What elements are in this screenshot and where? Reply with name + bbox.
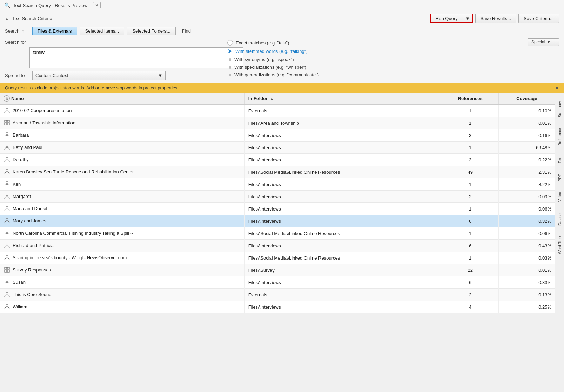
table-row[interactable]: Betty and Paul Files\\Interviews 1 69.48… bbox=[0, 142, 555, 154]
row-icon bbox=[4, 254, 11, 261]
cell-coverage: 0.06% bbox=[498, 203, 555, 215]
svg-point-22 bbox=[6, 304, 8, 307]
svg-point-8 bbox=[6, 170, 8, 172]
cell-references: 3 bbox=[442, 154, 498, 166]
sidebar-tab-pdf[interactable]: PDF bbox=[556, 169, 564, 186]
table-row[interactable]: Ken Files\\Interviews 1 8.22% bbox=[0, 178, 555, 191]
table-row[interactable]: Susan Files\\Interviews 6 0.33% bbox=[0, 276, 555, 289]
sidebar-tab-word-tree[interactable]: Word Tree bbox=[556, 232, 564, 259]
sidebar-tab-reference[interactable]: Reference bbox=[556, 123, 564, 150]
run-query-button[interactable]: Run Query bbox=[431, 14, 463, 22]
table-row[interactable]: Area and Township Information Files\\Are… bbox=[0, 117, 555, 129]
cell-references: 1 bbox=[442, 142, 498, 154]
sidebar-tab-video[interactable]: Video bbox=[556, 187, 564, 206]
table-row[interactable]: This is Core Sound Externals 2 0.13% bbox=[0, 289, 555, 301]
files-externals-button[interactable]: Files & Externals bbox=[32, 27, 77, 35]
cell-references: 1 bbox=[442, 117, 498, 129]
col-header-references[interactable]: References bbox=[442, 93, 498, 104]
row-icon bbox=[4, 144, 11, 151]
run-query-dropdown[interactable]: ▼ bbox=[463, 14, 472, 22]
results-area: ⊕ Name In Folder ▲ References Coverage bbox=[0, 93, 564, 313]
cell-coverage: 0.22% bbox=[498, 154, 555, 166]
cell-folder: Files\\Interviews bbox=[244, 129, 442, 142]
row-icon bbox=[4, 217, 11, 224]
find-option-exact[interactable]: Exact matches (e.g. "talk") bbox=[227, 40, 319, 46]
find-option-specializations[interactable]: With specializations (e.g. "whisper") bbox=[227, 64, 319, 70]
cell-references: 6 bbox=[442, 240, 498, 252]
find-options-panel: Exact matches (e.g. "talk") ➤ With stemm… bbox=[227, 40, 319, 77]
special-button[interactable]: Special ▼ bbox=[528, 38, 559, 46]
row-icon bbox=[4, 119, 11, 126]
spread-to-select[interactable]: Custom Context ▼ bbox=[32, 71, 166, 80]
svg-point-21 bbox=[6, 292, 8, 294]
save-results-button[interactable]: Save Results... bbox=[475, 14, 516, 23]
table-row[interactable]: Survey Responses Files\\Survey 22 0.01% bbox=[0, 264, 555, 276]
cell-name: William bbox=[0, 301, 244, 313]
search-in-row: Search in Files & Externals Selected Ite… bbox=[5, 27, 559, 35]
col-header-in-folder[interactable]: In Folder ▲ bbox=[244, 93, 442, 104]
selected-folders-button[interactable]: Selected Folders... bbox=[127, 27, 175, 35]
table-row[interactable]: William Files\\Interviews 4 0.25% bbox=[0, 301, 555, 313]
cell-references: 1 bbox=[442, 203, 498, 215]
svg-point-12 bbox=[6, 219, 8, 221]
col-header-name[interactable]: ⊕ Name bbox=[0, 93, 244, 104]
sort-up-icon: ▲ bbox=[270, 97, 274, 101]
cell-folder: Files\\Social Media\\Linked Online Resou… bbox=[244, 227, 442, 240]
banner-text: Query results exclude project stop words… bbox=[5, 85, 179, 90]
table-row[interactable]: Maria and Daniel Files\\Interviews 1 0.0… bbox=[0, 203, 555, 215]
find-option-generalizations[interactable]: With generalizations (e.g. "communicate"… bbox=[227, 72, 319, 77]
results-table: ⊕ Name In Folder ▲ References Coverage bbox=[0, 93, 555, 313]
table-row[interactable]: Karen Beasley Sea Turtle Rescue and Reha… bbox=[0, 166, 555, 178]
row-icon bbox=[4, 156, 11, 163]
banner-close-button[interactable]: ✕ bbox=[555, 85, 559, 91]
close-icon[interactable]: ✕ bbox=[93, 2, 101, 8]
chevron-down-icon: ▼ bbox=[546, 40, 551, 44]
cell-coverage: 69.48% bbox=[498, 142, 555, 154]
ribbon-section-title: Text Search Criteria bbox=[12, 16, 52, 21]
find-option-synonyms[interactable]: With synonyms (e.g. "speak") bbox=[227, 57, 319, 62]
svg-point-11 bbox=[6, 206, 8, 208]
table-row[interactable]: North Carolina Commercial Fishing Indust… bbox=[0, 227, 555, 240]
cell-name: Susan bbox=[0, 276, 244, 289]
svg-rect-17 bbox=[7, 267, 9, 269]
table-header-row: ⊕ Name In Folder ▲ References Coverage bbox=[0, 93, 555, 104]
cell-folder: Files\\Interviews bbox=[244, 191, 442, 203]
results-table-wrap[interactable]: ⊕ Name In Folder ▲ References Coverage bbox=[0, 93, 555, 313]
cell-coverage: 0.03% bbox=[498, 252, 555, 264]
cell-references: 1 bbox=[442, 178, 498, 191]
row-icon bbox=[4, 107, 11, 114]
col-header-coverage[interactable]: Coverage bbox=[498, 93, 555, 104]
table-row[interactable]: Dorothy Files\\Interviews 3 0.22% bbox=[0, 154, 555, 166]
cell-references: 6 bbox=[442, 215, 498, 227]
cell-folder: Files\\Interviews bbox=[244, 203, 442, 215]
cell-name: North Carolina Commercial Fishing Indust… bbox=[0, 227, 244, 240]
collapse-icon[interactable]: ▲ bbox=[5, 16, 9, 21]
table-row[interactable]: Richard and Patricia Files\\Interviews 6… bbox=[0, 240, 555, 252]
find-option-stemmed[interactable]: ➤ With stemmed words (e.g. "talking") bbox=[227, 48, 319, 54]
cell-coverage: 0.06% bbox=[498, 227, 555, 240]
cell-coverage: 0.43% bbox=[498, 240, 555, 252]
cell-folder: Files\\Social Media\\Linked Online Resou… bbox=[244, 252, 442, 264]
table-row[interactable]: Sharing in the sea's bounty - Weigl - Ne… bbox=[0, 252, 555, 264]
cell-folder: Files\\Interviews bbox=[244, 142, 442, 154]
cell-references: 2 bbox=[442, 289, 498, 301]
table-row[interactable]: Margaret Files\\Interviews 2 0.09% bbox=[0, 191, 555, 203]
save-criteria-button[interactable]: Save Criteria... bbox=[518, 14, 559, 23]
sidebar-tab-text[interactable]: Text bbox=[556, 152, 564, 168]
cell-folder: Files\\Interviews bbox=[244, 154, 442, 166]
table-row[interactable]: 2010 02 Cooper presentation Externals 1 … bbox=[0, 104, 555, 117]
row-icon bbox=[4, 278, 11, 286]
table-row[interactable]: Mary and James Files\\Interviews 6 0.32% bbox=[0, 215, 555, 227]
sidebar-tab-dataset[interactable]: Dataset bbox=[556, 208, 564, 230]
cell-coverage: 8.22% bbox=[498, 178, 555, 191]
cell-name: Ken bbox=[0, 178, 244, 191]
cell-coverage: 0.01% bbox=[498, 264, 555, 276]
cell-coverage: 0.25% bbox=[498, 301, 555, 313]
svg-point-6 bbox=[6, 145, 8, 147]
table-row[interactable]: Barbara Files\\Interviews 3 0.16% bbox=[0, 129, 555, 142]
cell-folder: Externals bbox=[244, 104, 442, 117]
find-label: Find bbox=[182, 28, 191, 34]
selected-items-button[interactable]: Selected Items... bbox=[80, 27, 125, 35]
sidebar-tab-summary[interactable]: Summary bbox=[556, 96, 564, 122]
search-input[interactable]: family bbox=[29, 47, 243, 68]
